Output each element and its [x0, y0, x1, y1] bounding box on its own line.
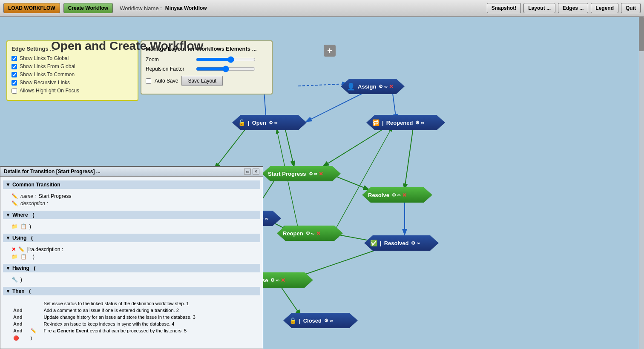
using-edit-icon[interactable]: 📋	[20, 254, 27, 260]
then-row-1-prefix	[12, 300, 29, 307]
where-add-icon[interactable]: 📁	[12, 223, 18, 229]
pencil-icon-desc: ✏️	[12, 200, 18, 206]
using-section[interactable]: ▼ Using (	[3, 234, 260, 242]
node-start-progress-label: Start Progress	[268, 171, 306, 177]
node-resolved-link-icon[interactable]: ∞	[417, 240, 420, 246]
node-resolved-gear-icon[interactable]: ⚙	[411, 240, 415, 246]
show-to-global-checkbox[interactable]	[12, 56, 17, 61]
node-start-gear-icon[interactable]: ⚙	[309, 171, 313, 177]
then-row-close-icon[interactable]: 🔴	[12, 335, 29, 342]
node-reopen-link-icon[interactable]: ∞	[311, 231, 315, 236]
zoom-slider[interactable]	[196, 56, 256, 63]
checkbox-show-from-global[interactable]: Show Links From Global	[12, 63, 133, 69]
allow-highlight-checkbox[interactable]	[12, 88, 17, 94]
then-row-4: And Re-index an issue to keep indexes in…	[12, 320, 258, 327]
svg-line-18	[298, 249, 379, 277]
where-collapse-icon: ▼	[6, 212, 11, 218]
add-node-button[interactable]: +	[324, 45, 336, 57]
node-reopen[interactable]: Reopen ⚙ ∞ ✕	[277, 226, 343, 241]
topbar: LOAD WORKFLOW Create Workflow Workflow N…	[0, 0, 644, 17]
load-workflow-button[interactable]: LOAD WORKFLOW	[3, 3, 60, 13]
node-reopen-gear-icon[interactable]: ⚙	[306, 231, 310, 236]
having-section[interactable]: ▼ Having (	[3, 264, 260, 272]
node-start-link-icon[interactable]: ∞	[314, 171, 318, 176]
node-assign-gear-icon[interactable]: ⚙	[379, 84, 383, 89]
edges-button[interactable]: Edges ...	[558, 3, 588, 13]
snapshot-button[interactable]: Snapshot!	[487, 3, 521, 13]
where-label: Where	[12, 212, 28, 218]
generic-event-text: Generic Event	[57, 328, 89, 333]
where-edit-icon[interactable]: 📋	[20, 223, 27, 229]
show-to-global-label: Show Links To Global	[20, 55, 69, 61]
using-x-icon[interactable]: ✕	[12, 246, 16, 252]
checkbox-allow-highlight[interactable]: Allows Highlight On Focus	[12, 88, 133, 94]
node-open-gear-icon[interactable]: ⚙	[269, 120, 273, 126]
node-start-progress[interactable]: Start Progress ⚙ ∞ ✕	[262, 166, 341, 181]
then-row-1-text: Set issue status to the linked status of…	[42, 300, 258, 307]
then-row-3-text: Update change history for an issue and s…	[42, 314, 258, 320]
having-tool-icon[interactable]: 🔧	[12, 277, 18, 283]
details-panel-title: Details for Transition [Start Progress] …	[4, 169, 101, 174]
checkbox-show-to-common[interactable]: Show Links To Common	[12, 72, 133, 77]
checkbox-show-to-global[interactable]: Show Links To Global	[12, 55, 133, 61]
collapse-icon: ▼	[6, 182, 11, 188]
node-resolve-delete-icon[interactable]: ✕	[402, 192, 407, 198]
then-row-5-pencil-icon[interactable]: ✏️	[29, 327, 42, 335]
node-reopened[interactable]: 🔁 | Reopened ⚙ ∞	[366, 115, 445, 130]
scrollbar-right[interactable]	[639, 17, 644, 349]
using-add-icon[interactable]: 📁	[12, 254, 18, 260]
node-resolve-gear-icon[interactable]: ⚙	[392, 192, 396, 198]
node-reopened-gear-icon[interactable]: ⚙	[415, 120, 420, 126]
show-to-common-checkbox[interactable]	[12, 72, 17, 77]
node-resolved-icon: ✅	[370, 240, 377, 246]
node-resolved[interactable]: ✅ | Resolved ⚙ ∞	[364, 235, 439, 251]
then-section[interactable]: ▼ Then (	[3, 287, 260, 295]
node-assign-delete-icon[interactable]: ✕	[389, 83, 394, 90]
node-closed-gear-icon[interactable]: ⚙	[324, 318, 328, 323]
checkbox-show-recursive[interactable]: Show Recursive Links	[12, 80, 133, 86]
then-row-2: And Add a comment to an issue if one is …	[12, 307, 258, 314]
show-from-global-checkbox[interactable]	[12, 64, 17, 69]
close-details-button[interactable]: ✕	[253, 169, 259, 174]
node-closed-link-icon[interactable]: ∞	[330, 318, 333, 323]
node-in-progress-link-icon[interactable]: ∞	[265, 216, 268, 221]
node-closed-icons: ⚙ ∞	[324, 318, 333, 323]
node-open-label: Open	[252, 120, 266, 126]
common-transition-section[interactable]: ▼ Common Transition	[3, 180, 260, 189]
node-reopened-link-icon[interactable]: ∞	[421, 120, 424, 125]
node-reopened-label: Reopened	[386, 120, 413, 126]
node-close-delete-icon[interactable]: ✕	[281, 277, 285, 283]
node-resolve-link-icon[interactable]: ∞	[397, 192, 401, 197]
then-row-1-icon	[29, 300, 42, 307]
create-workflow-button[interactable]: Create Workflow	[63, 3, 113, 13]
node-reopen-delete-icon[interactable]: ✕	[316, 230, 321, 237]
node-assign[interactable]: 👤 Assign ⚙ ∞ ✕	[341, 79, 405, 94]
repulsion-slider[interactable]	[196, 66, 256, 72]
autosave-checkbox[interactable]	[146, 78, 151, 84]
scrollbar-thumb[interactable]	[639, 17, 644, 51]
having-icons-row: 🔧 )	[12, 277, 258, 283]
layout-button[interactable]: Layout ...	[523, 3, 555, 13]
node-resolve[interactable]: Resolve ⚙ ∞ ✕	[362, 187, 432, 203]
quit-button[interactable]: Quit	[621, 3, 641, 13]
legend-button[interactable]: Legend	[591, 3, 618, 13]
node-resolve-label: Resolve	[368, 192, 389, 198]
svg-line-9	[324, 128, 385, 166]
svg-line-4	[215, 130, 245, 168]
node-open-link-icon[interactable]: ∞	[274, 120, 278, 125]
then-row-4-text: Re-index an issue to keep indexes in syn…	[42, 320, 258, 327]
save-layout-button[interactable]: Save Layout	[181, 76, 223, 86]
minimize-button[interactable]: ▭	[244, 169, 251, 174]
name-label: name :	[20, 193, 36, 199]
show-recursive-checkbox[interactable]	[12, 80, 17, 86]
node-resolved-separator: |	[380, 240, 382, 246]
node-close-link-icon[interactable]: ∞	[276, 277, 279, 283]
where-section[interactable]: ▼ Where (	[3, 211, 260, 219]
node-start-delete-icon[interactable]: ✕	[319, 171, 323, 177]
then-row-3-prefix: And	[12, 314, 29, 320]
node-assign-link-icon[interactable]: ∞	[384, 84, 388, 89]
node-closed[interactable]: 🔒 | Closed ⚙ ∞	[283, 313, 358, 328]
details-content: ▼ Common Transition ✏️ name : Start Prog…	[0, 177, 263, 347]
node-close-gear-icon[interactable]: ⚙	[270, 277, 275, 283]
node-open[interactable]: 🔓 | Open ⚙ ∞	[232, 115, 307, 130]
